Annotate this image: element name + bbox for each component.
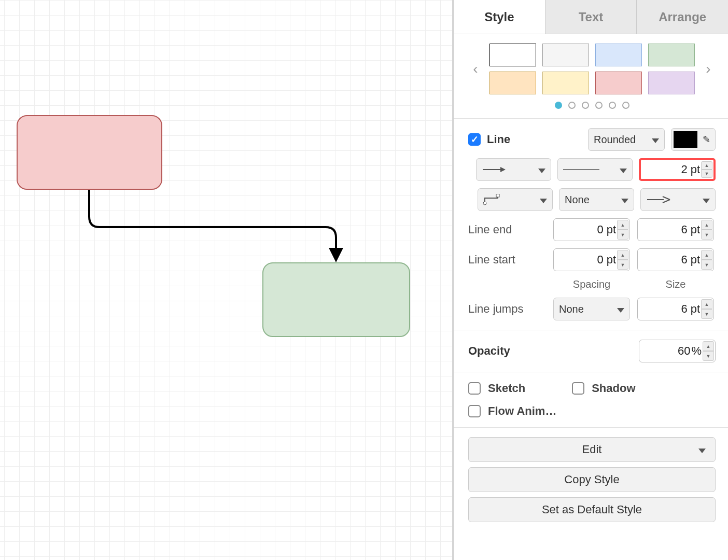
- stepper-down-icon[interactable]: ▼: [701, 230, 712, 240]
- stepper-down-icon[interactable]: ▼: [617, 230, 628, 240]
- line-jumps-size-input[interactable]: 6pt ▲▼: [637, 298, 714, 320]
- line-shape-select[interactable]: Rounded: [588, 128, 665, 151]
- tab-text[interactable]: Text: [545, 0, 637, 34]
- stepper-down-icon[interactable]: ▼: [701, 309, 712, 319]
- flow-animation-checkbox[interactable]: [468, 405, 481, 417]
- line-width-input[interactable]: 2pt ▲▼: [639, 158, 716, 181]
- swatch-purple[interactable]: [648, 72, 695, 94]
- svg-point-2: [483, 202, 486, 205]
- swatch-blue[interactable]: [595, 44, 642, 66]
- shadow-label: Shadow: [592, 382, 635, 395]
- diagram-canvas[interactable]: [0, 0, 453, 560]
- line-start-marker-select[interactable]: None: [559, 188, 634, 211]
- size-header: Size: [637, 278, 714, 290]
- swatch-yellow[interactable]: [542, 72, 589, 94]
- stepper-down-icon[interactable]: ▼: [701, 170, 712, 178]
- pager-dot[interactable]: [555, 102, 562, 109]
- connector-arrow[interactable]: [0, 0, 453, 560]
- stepper-down-icon[interactable]: ▼: [617, 260, 628, 270]
- swatch-grey[interactable]: [542, 44, 589, 66]
- pager-dot[interactable]: [609, 102, 616, 109]
- line-end-size-input[interactable]: 6pt ▲▼: [637, 218, 714, 241]
- shadow-checkbox[interactable]: [572, 382, 584, 395]
- edit-style-button[interactable]: Edit: [468, 437, 716, 462]
- stepper-up-icon[interactable]: ▲: [701, 220, 712, 230]
- eyedropper-icon[interactable]: ✎: [701, 134, 712, 145]
- pager-dot[interactable]: [595, 102, 603, 109]
- effects-section: Sketch Shadow Flow Anim…: [454, 372, 728, 428]
- spacing-header: Spacing: [553, 278, 630, 290]
- format-panel: Style Text Arrange ‹ ›: [453, 0, 728, 560]
- line-jumps-label: Line jumps: [468, 302, 546, 316]
- stepper-down-icon[interactable]: ▼: [703, 351, 714, 361]
- set-default-style-button[interactable]: Set as Default Style: [468, 497, 716, 522]
- svg-rect-3: [496, 194, 499, 197]
- waypoint-orthogonal-icon: [483, 194, 504, 205]
- line-solid-icon: [563, 167, 599, 172]
- copy-style-button[interactable]: Copy Style: [468, 467, 716, 492]
- swatch-red[interactable]: [595, 72, 642, 94]
- swatch-prev-icon[interactable]: ‹: [468, 61, 483, 77]
- line-jumps-select[interactable]: None: [553, 298, 630, 320]
- actions-section: Edit Copy Style Set as Default Style: [454, 428, 728, 537]
- swatch-pager: [468, 102, 716, 109]
- tab-arrange[interactable]: Arrange: [637, 0, 728, 34]
- style-swatches-section: ‹ ›: [454, 34, 728, 119]
- arrow-end-icon: [646, 195, 671, 204]
- line-end-spacing-input[interactable]: 0pt ▲▼: [553, 218, 630, 241]
- opacity-input[interactable]: 60% ▲▼: [639, 340, 716, 362]
- tab-style[interactable]: Style: [454, 0, 545, 34]
- sketch-label: Sketch: [488, 382, 525, 395]
- opacity-label: Opacity: [468, 344, 510, 358]
- line-checkbox[interactable]: [468, 133, 481, 146]
- swatch-white[interactable]: [489, 44, 536, 66]
- stepper-up-icon[interactable]: ▲: [703, 341, 714, 351]
- stepper-up-icon[interactable]: ▲: [701, 299, 712, 309]
- line-style-select[interactable]: [557, 158, 633, 181]
- stepper-up-icon[interactable]: ▲: [701, 161, 712, 170]
- swatch-green[interactable]: [648, 44, 695, 66]
- color-swatch-icon: [674, 131, 697, 148]
- panel-tabs: Style Text Arrange: [454, 0, 728, 34]
- flow-animation-label: Flow Anim…: [488, 404, 556, 418]
- line-end-label: Line end: [468, 223, 546, 236]
- pager-dot[interactable]: [568, 102, 576, 109]
- pager-dot[interactable]: [582, 102, 589, 109]
- connection-style-select[interactable]: [476, 158, 551, 181]
- line-start-label: Line start: [468, 253, 546, 267]
- line-start-spacing-input[interactable]: 0pt ▲▼: [553, 248, 630, 271]
- arrow-right-icon: [482, 165, 507, 174]
- stepper-up-icon[interactable]: ▲: [701, 250, 712, 260]
- line-start-size-input[interactable]: 6pt ▲▼: [637, 248, 714, 271]
- line-label: Line: [487, 133, 510, 146]
- line-end-marker-select[interactable]: [640, 188, 716, 211]
- swatch-next-icon[interactable]: ›: [701, 61, 716, 77]
- stepper-up-icon[interactable]: ▲: [617, 220, 628, 230]
- swatch-orange[interactable]: [489, 72, 536, 94]
- pager-dot[interactable]: [622, 102, 629, 109]
- line-color-picker[interactable]: ✎: [671, 128, 716, 151]
- stepper-up-icon[interactable]: ▲: [617, 250, 628, 260]
- stepper-down-icon[interactable]: ▼: [701, 260, 712, 270]
- line-section: Line Rounded ✎ 2pt ▲▼: [454, 119, 728, 330]
- waypoint-style-select[interactable]: [478, 188, 553, 211]
- opacity-section: Opacity 60% ▲▼: [454, 330, 728, 372]
- sketch-checkbox[interactable]: [468, 382, 481, 395]
